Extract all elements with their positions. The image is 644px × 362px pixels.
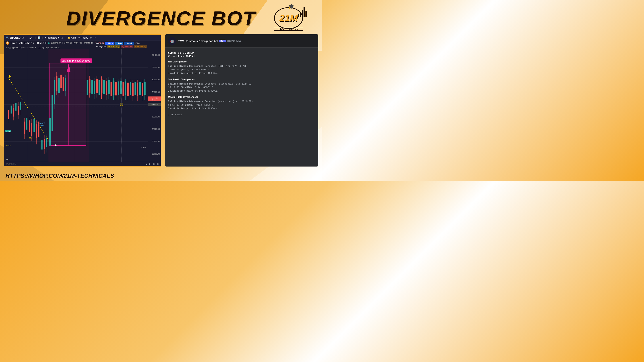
svg-rect-86 — [122, 82, 124, 96]
bot-name-row: TMV US stocks Divergence bot BOT Today a… — [178, 39, 241, 42]
svg-rect-60 — [91, 80, 93, 94]
price-highlight: 51655.1734:29 — [148, 96, 161, 101]
usd-dropdown[interactable]: USD ▾ — [134, 42, 140, 44]
bot-name: TMV US stocks Divergence bot — [178, 39, 218, 42]
ohlc-data: O51792.09 H51792.09 L51572.23 C51655.17 — [51, 42, 93, 44]
price-tooltip: 2433.59 (4.93%) 243359 — [60, 58, 92, 63]
price-50600: 50600.00 — [152, 153, 160, 155]
stoch-label: OBV(2)Stoc... — [40, 122, 45, 126]
logo-text: 21M — [279, 13, 298, 23]
grid-v-1 — [28, 49, 28, 162]
timeframe-button[interactable]: 1h — [28, 36, 33, 39]
grid-v-2 — [51, 49, 51, 162]
divergence-label: Divergence — [96, 45, 106, 48]
chart-symbol[interactable]: BTCUSD — [10, 36, 20, 39]
chat-header: 🤖 TMV US stocks Divergence bot BOT Today… — [165, 34, 318, 48]
svg-rect-38 — [46, 138, 47, 147]
scroll-right-icon[interactable]: ▶ — [149, 163, 151, 165]
price-50800: 50800.00 — [152, 140, 160, 142]
macd-section-title: MACD+Histo Divergences: — [168, 96, 315, 98]
svg-rect-50 — [60, 74, 62, 88]
indicators-icon: ƒ — [45, 36, 46, 39]
footer: HTTPS://WHOP.COM/21M-TECHNICALS — [6, 172, 114, 179]
svg-rect-76 — [110, 82, 112, 96]
sep3: | — [42, 36, 43, 39]
crosshair-price: 50665.66 — [148, 103, 161, 106]
header: DIVERGENCE BOT 🎓 21M TECHNICALS — [0, 0, 322, 36]
chat-header-info: TMV US stocks Divergence bot BOT Today a… — [178, 39, 241, 42]
svg-rect-74 — [108, 80, 110, 94]
osc-1w-button[interactable]: 1 Week — [124, 42, 134, 45]
obv-label: OBV(2) — [5, 145, 10, 147]
candle-type-icon[interactable]: 📊 — [38, 36, 40, 39]
redo-button[interactable]: ↪ — [94, 36, 96, 39]
chart-body: 2433.59 (4.93%) 243359 RSI(1) OBV(2) OBV… — [4, 49, 161, 162]
svg-rect-24 — [28, 120, 30, 132]
title-area: DIVERGENCE BOT — [51, 7, 271, 30]
tv-logo: TV — [6, 159, 8, 161]
grid-v-3 — [74, 49, 75, 162]
stoch-section-body: Bullish Hidden Divergence Detected (Stoc… — [168, 82, 315, 93]
price-52000: 52000.00 — [152, 79, 160, 81]
svg-rect-22 — [26, 118, 27, 130]
ohlc-open: O51792.09 — [51, 42, 61, 44]
crosshair-circle — [120, 103, 123, 106]
svg-rect-66 — [98, 80, 100, 95]
svg-rect-12 — [13, 108, 14, 117]
rsi-section-title: RSI Divergences — [168, 60, 315, 63]
svg-rect-52 — [63, 77, 64, 91]
zoom-in-icon[interactable]: ⊕ — [153, 163, 155, 165]
svg-point-5 — [9, 75, 10, 78]
svg-rect-88 — [125, 81, 126, 95]
bell-icon: 🔔 — [67, 36, 70, 39]
rsi-section-body: Bullish Hidden Divergence Detected (RSI)… — [168, 64, 315, 75]
svg-rect-96 — [134, 82, 136, 95]
grid-h-8 — [4, 141, 148, 142]
scroll-left-icon[interactable]: ◀ — [146, 163, 147, 165]
chart-bottom-bar: TradingView ◀ ▶ ⊕ ⊖ — [4, 162, 161, 166]
svg-rect-94 — [132, 83, 134, 96]
obv-badge: OBV(2) — [28, 137, 34, 139]
price-51000: 51000.00 — [152, 128, 160, 130]
candle-chart-svg — [4, 49, 148, 162]
replay-button[interactable]: ⏮ Replay — [78, 36, 88, 39]
osc-1h-button[interactable]: 1 Hour — [105, 42, 114, 45]
ohlc-close: C51655.17 — [84, 42, 93, 44]
svg-rect-100 — [139, 82, 141, 95]
page-title: DIVERGENCE BOT — [66, 7, 256, 30]
svg-rect-92 — [130, 82, 131, 95]
msg-symbol: Symbol : BTCUSDT.P — [168, 51, 315, 54]
logo-bars-icon — [298, 7, 306, 17]
undo-button[interactable]: ↩ — [90, 36, 92, 39]
symbol-group: 🔍 BTCUSD ⊕ — [6, 36, 24, 39]
alert-button[interactable]: 🔔 Alert — [67, 36, 76, 39]
svg-rect-10 — [11, 105, 12, 113]
msg-current-price: Current Price: 49409.1 — [168, 55, 315, 58]
ohlc-low: L51572.23 — [73, 42, 82, 44]
indicators-button[interactable]: ƒ Indicators ▾ — [45, 36, 59, 39]
grid-v-6 — [145, 49, 145, 162]
svg-rect-56 — [86, 80, 88, 95]
zoom-out-icon[interactable]: ⊖ — [157, 163, 159, 165]
chart-toolbar: 🔍 BTCUSD ⊕ | 1h | 📊 | ƒ Indicators ▾ ⊞ |… — [4, 35, 161, 41]
footer-url: HTTPS://WHOP.COM/21M-TECHNICALS — [6, 172, 114, 179]
add-symbol-button[interactable]: ⊕ — [22, 36, 24, 39]
bot-badge: BOT — [219, 40, 226, 42]
grid-h-9 — [4, 154, 148, 154]
svg-rect-44 — [54, 80, 55, 104]
svg-rect-28 — [34, 119, 34, 132]
svg-rect-18 — [20, 101, 21, 109]
grid-button[interactable]: ⊞ — [61, 36, 63, 39]
svg-rect-102 — [142, 83, 143, 96]
osc-1d-button[interactable]: 1 Day — [115, 42, 123, 45]
oscillator-label: Oscillator — [96, 42, 104, 44]
div-val-1: H(49253.92) — [107, 45, 120, 48]
svg-rect-62 — [94, 81, 95, 94]
price-52200: 52200.00 — [152, 66, 160, 68]
svg-rect-26 — [31, 123, 32, 136]
ohlc-high: H51792.09 — [62, 42, 72, 44]
tv-branding: TradingView — [6, 163, 16, 165]
chart-panel: 🔍 BTCUSD ⊕ | 1h | 📊 | ƒ Indicators ▾ ⊞ |… — [4, 34, 161, 167]
svg-rect-64 — [96, 79, 98, 93]
svg-rect-42 — [52, 95, 53, 131]
